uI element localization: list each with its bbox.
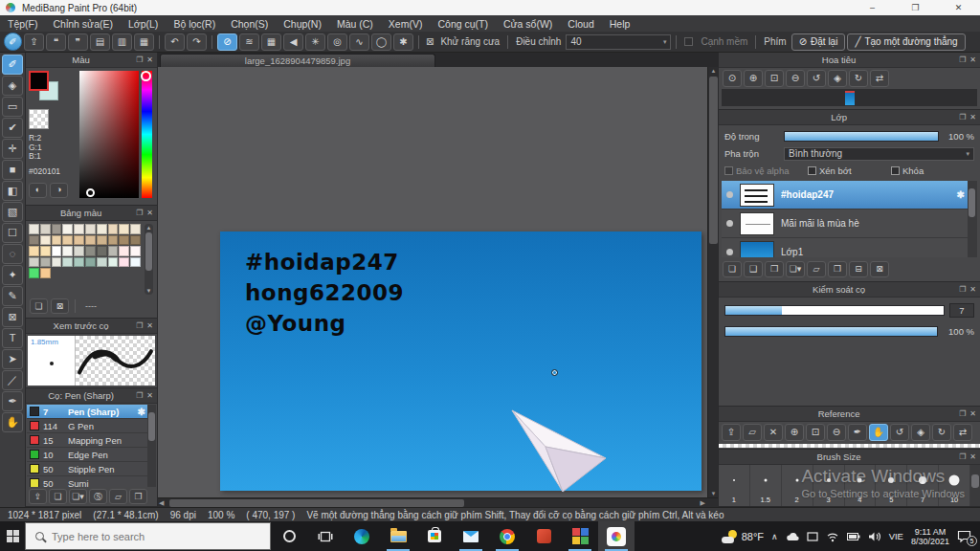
popout-icon[interactable]: ❐ (959, 409, 966, 418)
ref-hand-button[interactable]: ✋ (869, 424, 888, 441)
transparent-color-swatch[interactable] (29, 109, 49, 129)
layer-row-mai-mai-la-mua-he[interactable]: Mãi mãi là mùa hè (722, 209, 977, 238)
popout-icon[interactable]: ❐ (959, 452, 966, 461)
brush-row-g-pen[interactable]: 114 G Pen (27, 419, 156, 433)
eyedropper-tool[interactable]: ✒ (2, 391, 23, 411)
scroll-up-icon[interactable]: ▲ (708, 68, 718, 74)
tray-chevron-icon[interactable]: ∧ (771, 532, 778, 541)
ref-open-button[interactable]: ▱ (743, 424, 762, 441)
close-icon[interactable]: ✕ (146, 209, 153, 217)
palette-swatch[interactable] (29, 246, 39, 256)
palette-swatch[interactable] (119, 246, 129, 256)
close-icon[interactable]: ✕ (146, 321, 153, 330)
curve-snap-button[interactable]: ∿ (349, 33, 369, 51)
layer-merge-button[interactable]: ⊟ (849, 261, 868, 277)
brush-size-cell[interactable]: 7 (907, 465, 939, 506)
palette-swatch[interactable] (130, 257, 141, 268)
chrome-button[interactable] (489, 521, 525, 551)
menu-cong-cu[interactable]: Công cụ(T) (430, 18, 496, 30)
menu-mau[interactable]: Màu (C) (329, 18, 381, 30)
battery-icon[interactable] (847, 532, 860, 541)
control-point-tool[interactable]: ✔ (2, 118, 23, 138)
canvas-vertical-scrollbar[interactable]: ▲ ▼ (707, 67, 718, 497)
palette-swatch[interactable] (74, 235, 84, 246)
brush-folder-button[interactable]: ▱ (109, 489, 127, 504)
palette-swatch[interactable] (52, 246, 62, 256)
palette-swatch[interactable] (29, 224, 39, 234)
palette-swatch[interactable] (52, 257, 62, 268)
chat-button[interactable]: ❞ (68, 33, 88, 51)
palette-swatch[interactable] (52, 235, 62, 246)
lock-checkbox[interactable] (891, 166, 900, 175)
close-icon[interactable]: ✕ (969, 285, 976, 294)
onedrive-icon[interactable] (786, 531, 799, 542)
brush-size-value[interactable]: 7 (949, 303, 974, 318)
text-tool[interactable]: T (2, 328, 23, 348)
publish-button[interactable]: ⇪ (24, 33, 44, 51)
office-button[interactable] (525, 521, 562, 551)
tablet-icon[interactable] (807, 531, 818, 542)
close-icon[interactable]: ✕ (146, 55, 153, 64)
palette-scrollbar[interactable]: ▲ ▼ (145, 224, 153, 295)
palette-swatch[interactable] (119, 257, 129, 268)
canvas-tab[interactable]: large_1628904479859.jpg (160, 54, 435, 67)
layer-duplicate-button[interactable]: ❐ (828, 261, 847, 277)
hand-tool[interactable]: ✋ (2, 412, 23, 432)
brush-row-mapping-pen[interactable]: 15 Mapping Pen (27, 433, 156, 448)
palette-swatch[interactable] (29, 268, 39, 278)
brush-size-cell[interactable]: 2 (782, 465, 813, 506)
nav-fit-button[interactable]: ⊡ (765, 70, 784, 87)
vanishing-snap-button[interactable]: ◀ (283, 33, 303, 51)
nav-rotate-ccw-button[interactable]: ↺ (807, 70, 826, 87)
brush-opacity-slider[interactable] (724, 326, 938, 337)
nav-zoom-in-button[interactable]: ⊕ (744, 70, 763, 87)
close-icon[interactable]: ✕ (969, 55, 976, 64)
wifi-icon[interactable] (826, 531, 839, 542)
palette-swatch[interactable] (29, 257, 39, 268)
canvas-artwork[interactable]: #hoidap247 hong622009 @Young (220, 231, 702, 491)
medibang-button[interactable] (598, 521, 635, 551)
palette-add-button[interactable]: ❏ (30, 298, 48, 314)
correction-select[interactable]: 40 ▾ (566, 34, 671, 50)
palette-swatch[interactable] (85, 235, 96, 246)
document-button[interactable]: ▤ (90, 33, 110, 51)
brush-duplicate-button[interactable]: ❐ (129, 489, 147, 504)
popout-icon[interactable]: ❐ (136, 209, 143, 217)
layer-visibility-dot[interactable] (726, 220, 733, 227)
palette-swatch[interactable] (62, 235, 73, 246)
brush-size-cell[interactable]: 4 (845, 465, 877, 506)
restore-button[interactable]: ❐ (894, 0, 937, 15)
ref-fit-button[interactable]: ⊡ (806, 424, 825, 441)
clock[interactable]: 9:11 AM 8/30/2021 (911, 527, 949, 546)
layer-visibility-dot[interactable] (726, 249, 733, 255)
operation-tool[interactable]: ➤ (2, 349, 23, 369)
brush-size-cell[interactable]: 3 (813, 465, 845, 506)
palette-swatch[interactable] (85, 257, 96, 268)
palette-swatch[interactable] (74, 257, 84, 268)
popout-icon[interactable]: ❐ (136, 321, 143, 330)
ref-cloud-button[interactable]: ⇪ (722, 424, 741, 441)
nav-zoom-reset-button[interactable]: ⊙ (723, 70, 742, 87)
layer-visibility-dot[interactable] (726, 191, 733, 198)
lasso-tool[interactable]: ◌ (2, 244, 23, 264)
protect-alpha-checkbox[interactable] (724, 166, 733, 175)
menu-cloud[interactable]: Cloud (560, 18, 601, 30)
grid-snap-button[interactable]: ▦ (261, 33, 281, 51)
comment-button[interactable]: ❝ (46, 33, 66, 51)
layer-list-scrollbar[interactable] (968, 181, 977, 257)
menu-chup[interactable]: Chụp(N) (276, 18, 329, 30)
palette-swatch[interactable] (108, 224, 119, 234)
notification-button[interactable]: 5 (957, 530, 971, 542)
palette-swatch[interactable] (108, 257, 119, 268)
foreground-color-swatch[interactable] (29, 71, 49, 91)
soft-edge-checkbox[interactable] (684, 37, 693, 46)
rect-tool[interactable]: ▭ (2, 97, 23, 117)
task-view-button[interactable] (307, 521, 344, 551)
palette-swatch[interactable] (74, 246, 84, 256)
brush-add-button[interactable]: ❏ (49, 489, 67, 504)
menu-lop[interactable]: Lớp(L) (121, 18, 166, 30)
brush-size-cell[interactable]: 1 (719, 465, 750, 506)
taskbar-search[interactable] (25, 522, 271, 550)
palette-swatch[interactable] (40, 257, 51, 268)
palette-swatch[interactable] (119, 224, 129, 234)
